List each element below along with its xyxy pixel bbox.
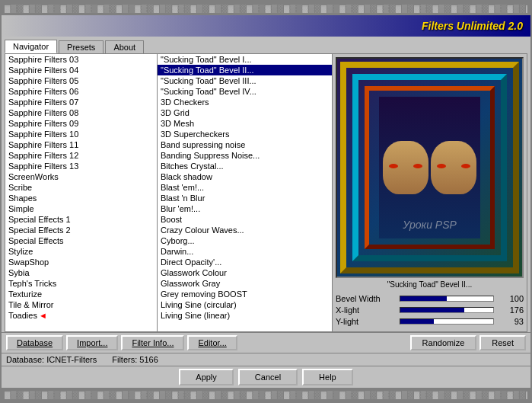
preview-label: "Sucking Toad" Bevel II... [336, 278, 524, 291]
header: Filters Unlimited 2.0 [2, 15, 530, 37]
database-button[interactable]: Database [6, 335, 63, 350]
middle-panel-item-15[interactable]: Boost [158, 214, 332, 225]
tab-about[interactable]: About [105, 40, 144, 53]
param-slider-fill-1 [400, 308, 464, 312]
middle-panel-item-19[interactable]: Direct Opacity'... [158, 257, 332, 267]
param-slider-2[interactable] [400, 318, 494, 325]
middle-panel-item-0[interactable]: "Sucking Toad" Bevel I... [158, 54, 332, 65]
middle-panel-item-10[interactable]: Bitches Crystal... [158, 161, 332, 171]
middle-panel-item-23[interactable]: Living Sine (circular) [158, 299, 332, 310]
middle-panel-item-3[interactable]: "Sucking Toad" Bevel IV... [158, 86, 332, 97]
middle-panel-item-2[interactable]: "Sucking Toad" Bevel III... [158, 75, 332, 86]
bottom-toolbar: Database Import... Filter Info... Editor… [2, 332, 530, 353]
middle-panel-item-4[interactable]: 3D Checkers [158, 97, 332, 107]
left-panel-item-3[interactable]: Sapphire Filters 06 [5, 86, 157, 97]
right-panel: Уроки PSP "Sucking Toad" Bevel II... Bev… [333, 54, 527, 331]
apply-button[interactable]: Apply [179, 369, 234, 385]
left-panel-item-22[interactable]: Texturize [5, 289, 157, 299]
middle-panel-item-7[interactable]: 3D Supercheckers [158, 129, 332, 139]
left-panel-item-10[interactable]: Sapphire Filters 13 [5, 161, 157, 171]
param-slider-1[interactable] [400, 307, 494, 313]
database-status-label: Database: ICNET-Filters [6, 355, 97, 364]
left-panel-item-5[interactable]: Sapphire Filters 08 [5, 107, 157, 118]
watermark: Уроки PSP [337, 219, 522, 231]
middle-panel-item-22[interactable]: Grey removing BOOST [158, 289, 332, 299]
left-panel-item-6[interactable]: Sapphire Filters 09 [5, 118, 157, 129]
param-slider-fill-2 [400, 319, 434, 324]
tab-presets[interactable]: Presets [59, 40, 104, 53]
tab-navigator[interactable]: Navigator [5, 40, 57, 53]
middle-panel-item-21[interactable]: Glasswork Gray [158, 278, 332, 289]
randomize-button[interactable]: Randomize [410, 335, 477, 350]
left-panel-item-0[interactable]: Sapphire Filters 03 [5, 54, 157, 65]
param-row-2: Y-light93 [336, 317, 524, 326]
middle-panel-item-17[interactable]: Cyborg... [158, 235, 332, 246]
param-slider-fill-0 [400, 296, 447, 301]
left-panel-item-20[interactable]: Sybia [5, 267, 157, 278]
reset-button[interactable]: Reset [479, 335, 526, 350]
left-panel-item-17[interactable]: Special Effects [5, 235, 157, 246]
middle-panel-item-20[interactable]: Glasswork Colour [158, 267, 332, 278]
left-panel-item-19[interactable]: SwapShop [5, 257, 157, 267]
middle-panel-item-16[interactable]: Crazy Colour Waves... [158, 225, 332, 235]
left-panel-item-2[interactable]: Sapphire Filters 05 [5, 75, 157, 86]
eye-right [413, 164, 422, 168]
middle-panel-item-5[interactable]: 3D Grid [158, 107, 332, 118]
editor-button[interactable]: Editor... [187, 335, 237, 350]
eye-right2 [461, 164, 470, 168]
middle-panel-item-13[interactable]: Blast 'n Blur [158, 193, 332, 203]
middle-panel-item-1[interactable]: "Sucking Toad" Bevel II... [158, 65, 332, 75]
middle-panel-item-18[interactable]: Darwin... [158, 246, 332, 257]
filter-info-button[interactable]: Filter Info... [121, 335, 184, 350]
help-button[interactable]: Help [302, 369, 353, 385]
middle-panel-item-6[interactable]: 3D Mesh [158, 118, 332, 129]
left-panel-list[interactable]: Sapphire Filters 03Sapphire Filters 04Sa… [5, 54, 157, 331]
left-panel-item-8[interactable]: Sapphire Filters 11 [5, 139, 157, 150]
param-row-0: Bevel Width100 [336, 294, 524, 303]
param-row-1: X-light176 [336, 305, 524, 315]
left-panel-item-18[interactable]: Stylize [5, 246, 157, 257]
left-panel-item-4[interactable]: Sapphire Filters 07 [5, 97, 157, 107]
param-slider-0[interactable] [400, 296, 494, 302]
left-panel-item-13[interactable]: Shapes [5, 193, 157, 203]
face-left [383, 141, 428, 194]
tabs-row: Navigator Presets About [2, 37, 530, 53]
cancel-button[interactable]: Cancel [238, 369, 298, 385]
top-greek-border: ▓▒░▓▒░▓▒░▓▒░▓▒░▓▒░▓▒░▓▒░▓▒░▓▒░▓▒░▓▒░▓▒░▓… [2, 2, 530, 15]
status-bar: Database: ICNET-Filters Filters: 5166 [2, 353, 530, 366]
left-panel-item-16[interactable]: Special Effects 2 [5, 225, 157, 235]
face-right [431, 141, 476, 194]
bottom-greek-border: ▓▒░▓▒░▓▒░▓▒░▓▒░▓▒░▓▒░▓▒░▓▒░▓▒░▓▒░▓▒░▓▒░▓… [2, 388, 530, 401]
left-panel-item-7[interactable]: Sapphire Filters 10 [5, 129, 157, 139]
middle-panel-item-14[interactable]: Blur 'em!... [158, 203, 332, 214]
filters-status-label: Filters: 5166 [112, 355, 158, 364]
main-container: ▓▒░▓▒░▓▒░▓▒░▓▒░▓▒░▓▒░▓▒░▓▒░▓▒░▓▒░▓▒░▓▒░▓… [0, 0, 532, 403]
param-label-2: Y-light [336, 317, 397, 326]
left-panel: Sapphire Filters 03Sapphire Filters 04Sa… [5, 54, 158, 331]
left-panel-item-1[interactable]: Sapphire Filters 04 [5, 65, 157, 75]
left-panel-item-12[interactable]: Scribe [5, 182, 157, 193]
eye-left [389, 164, 398, 168]
greek-pattern-bottom: ▓▒░▓▒░▓▒░▓▒░▓▒░▓▒░▓▒░▓▒░▓▒░▓▒░▓▒░▓▒░▓▒░▓… [5, 391, 527, 399]
import-button[interactable]: Import... [66, 335, 118, 350]
left-panel-item-23[interactable]: Tile & Mirror [5, 299, 157, 310]
middle-panel-item-11[interactable]: Black shadow [158, 171, 332, 182]
left-panel-item-21[interactable]: Teph's Tricks [5, 278, 157, 289]
eye-left2 [437, 164, 446, 168]
middle-panel-list[interactable]: "Sucking Toad" Bevel I..."Sucking Toad" … [158, 54, 332, 331]
left-panel-item-24[interactable]: Toadies ◄ [5, 310, 157, 321]
middle-panel-item-9[interactable]: Banding Suppress Noise... [158, 150, 332, 161]
param-value-1: 176 [497, 305, 524, 315]
left-panel-item-11[interactable]: ScreenWorks [5, 171, 157, 182]
greek-pattern-top: ▓▒░▓▒░▓▒░▓▒░▓▒░▓▒░▓▒░▓▒░▓▒░▓▒░▓▒░▓▒░▓▒░▓… [5, 5, 527, 13]
left-panel-item-15[interactable]: Special Effects 1 [5, 214, 157, 225]
preview-image: Уроки PSP [337, 59, 522, 277]
left-panel-item-14[interactable]: Simple [5, 203, 157, 214]
param-label-1: X-light [336, 305, 397, 315]
middle-panel: "Sucking Toad" Bevel I..."Sucking Toad" … [158, 54, 333, 331]
left-panel-item-9[interactable]: Sapphire Filters 12 [5, 150, 157, 161]
middle-panel-item-12[interactable]: Blast 'em!... [158, 182, 332, 193]
middle-panel-item-8[interactable]: Band supressing noise [158, 139, 332, 150]
middle-panel-item-24[interactable]: Living Sine (linear) [158, 310, 332, 321]
header-title: Filters Unlimited 2.0 [422, 20, 523, 32]
